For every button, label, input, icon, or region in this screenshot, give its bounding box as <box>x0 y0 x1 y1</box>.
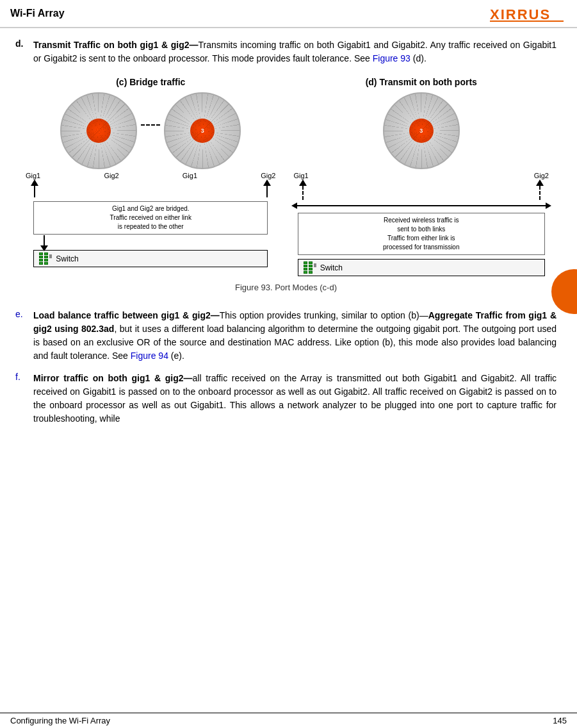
d-port-6 <box>309 265 313 267</box>
bridge-dash-line <box>141 124 160 126</box>
d-gig2-head <box>536 179 544 186</box>
list-label-d: d. <box>15 38 27 65</box>
figure-d-device: 3 <box>383 92 460 169</box>
port-row-1 <box>39 252 43 265</box>
list-text-f: Mirror traffic on both gig1 & gig2—all t… <box>33 372 557 426</box>
list-text-e: Load balance traffic between gig1 & gig2… <box>33 309 557 363</box>
list-item-f: f. Mirror traffic on both gig1 & gig2—al… <box>15 372 557 426</box>
gig2-arrowhead <box>263 179 271 186</box>
d-gig1-head <box>299 179 307 186</box>
port-8 <box>44 262 48 265</box>
page-header: Wi-Fi Array XIRRUS <box>0 0 577 28</box>
port-4 <box>39 262 43 265</box>
list-label-e: e. <box>15 309 27 363</box>
d-gig1-body <box>302 186 304 200</box>
d-port-8 <box>309 271 313 274</box>
figure-c-device1 <box>60 92 137 169</box>
figure-caption: Figure 93. Port Modes (c-d) <box>235 283 337 292</box>
main-content: d. Transmit Traffic on both gig1 & gig2—… <box>0 28 577 445</box>
d-port-5 <box>309 261 313 264</box>
figure-d-arrows <box>291 179 552 201</box>
list-label-f: f. <box>15 372 27 426</box>
figure-c-gig1: Gig1 <box>26 172 40 179</box>
figure-d-title: (d) Transmit on both ports <box>366 77 477 87</box>
svg-text:XIRRUS: XIRRUS <box>490 6 551 22</box>
d-port-4 <box>304 271 307 274</box>
d-port-row-1 <box>304 261 307 274</box>
gig2-arrowbody <box>266 186 268 197</box>
list-item-e: e. Load balance traffic between gig1 & g… <box>15 309 557 363</box>
device-circle-d: 3 <box>383 92 460 169</box>
port-5 <box>44 252 48 255</box>
device-inner-d: 3 <box>409 119 434 143</box>
switch-ports-d <box>304 261 316 274</box>
figure-d-section: (d) Transmit on both ports 3 Gig1 Gig2 <box>286 77 557 276</box>
figure-d-switch: Switch <box>298 259 545 276</box>
figure-c-gig2: Gig2 <box>104 172 118 179</box>
port-2 <box>39 256 43 258</box>
figure-c-right-gig1: Gig1 <box>183 172 197 179</box>
d-port-1 <box>304 261 307 264</box>
horiz-left-head <box>291 203 297 209</box>
list-f-title: Mirror traffic on both gig1 & gig2— <box>33 373 193 383</box>
port-3 <box>39 259 43 261</box>
figure-d-gig-labels: Gig1 Gig2 <box>291 172 552 179</box>
switch-end-port <box>49 254 52 258</box>
logo: XIRRUS <box>490 4 567 23</box>
figure-94-link[interactable]: Figure 94 <box>131 351 168 361</box>
figure-c-callout: Gig1 and Gig2 are bridged. Traffic recei… <box>33 201 268 235</box>
footer-right: 145 <box>553 716 567 725</box>
figure-c-arrow-down <box>33 235 268 247</box>
figures-area: (c) Bridge traffic <box>15 77 557 302</box>
port-row-2 <box>44 252 48 265</box>
figure-c-title: (c) Bridge traffic <box>116 77 185 87</box>
d-switch-end <box>314 263 316 267</box>
device-inner-c2: 3 <box>190 119 215 143</box>
page-title: Wi-Fi Array <box>10 8 65 19</box>
list-item-d: d. Transmit Traffic on both gig1 & gig2—… <box>15 38 557 65</box>
horiz-line <box>297 205 546 206</box>
horiz-arrow <box>291 203 552 209</box>
d-port-7 <box>309 268 313 270</box>
figure-c-switch: Switch <box>33 250 268 267</box>
xirrus-logo-icon: XIRRUS <box>490 4 567 23</box>
list-e-title: Load balance traffic between gig1 & gig2… <box>33 310 220 320</box>
figure-c-gig-labels: Gig1 Gig2 Gig1 Gig2 <box>20 172 281 179</box>
figure-c-right-gig2: Gig2 <box>261 172 275 179</box>
footer-left: Configuring the Wi-Fi Array <box>10 716 110 725</box>
figure-c-arrows <box>20 179 281 199</box>
port-7 <box>44 259 48 261</box>
device-inner-c1 <box>86 119 111 143</box>
figures-container: (c) Bridge traffic <box>15 77 557 276</box>
gig1-arrowbody <box>34 186 35 197</box>
figure-d-gig1: Gig1 <box>294 172 309 179</box>
figure-93-link-d[interactable]: Figure 93 <box>373 53 410 63</box>
port-6 <box>44 256 48 258</box>
device-circle-c2: 3 <box>164 92 241 169</box>
figure-c-arrowdown-head <box>40 245 48 251</box>
figure-c-switch-label: Switch <box>56 254 78 263</box>
figure-c-device2: 3 <box>164 92 241 169</box>
bridge-dashed <box>141 124 160 126</box>
figure-d-horiz-area: Received wireless traffic is sent to bot… <box>291 201 552 255</box>
d-port-2 <box>304 265 307 267</box>
d-gig2-body <box>539 186 540 200</box>
figure-d-gig2: Gig2 <box>534 172 549 179</box>
horiz-right-head <box>546 203 551 209</box>
figure-d-switch-label: Switch <box>320 263 343 272</box>
figure-c-devices: 3 <box>60 92 241 169</box>
figure-c-section: (c) Bridge traffic <box>15 77 286 276</box>
switch-ports-c <box>39 252 52 265</box>
page-footer: Configuring the Wi-Fi Array 145 <box>0 713 577 728</box>
figure-c-arrow-down-body <box>44 235 45 247</box>
figure-d-callout: Received wireless traffic is sent to bot… <box>298 213 545 255</box>
gig1-arrow-d <box>299 179 307 201</box>
list-d-title: Transmit Traffic on both gig1 & gig2— <box>33 40 199 50</box>
gig1-arrow-c <box>31 179 38 199</box>
d-port-3 <box>304 268 307 270</box>
d-port-row-2 <box>309 261 313 274</box>
port-1 <box>39 252 43 255</box>
gig2-arrow-c <box>263 179 271 199</box>
list-text-d: Transmit Traffic on both gig1 & gig2—Tra… <box>33 38 557 65</box>
gig2-arrow-d <box>536 179 544 201</box>
